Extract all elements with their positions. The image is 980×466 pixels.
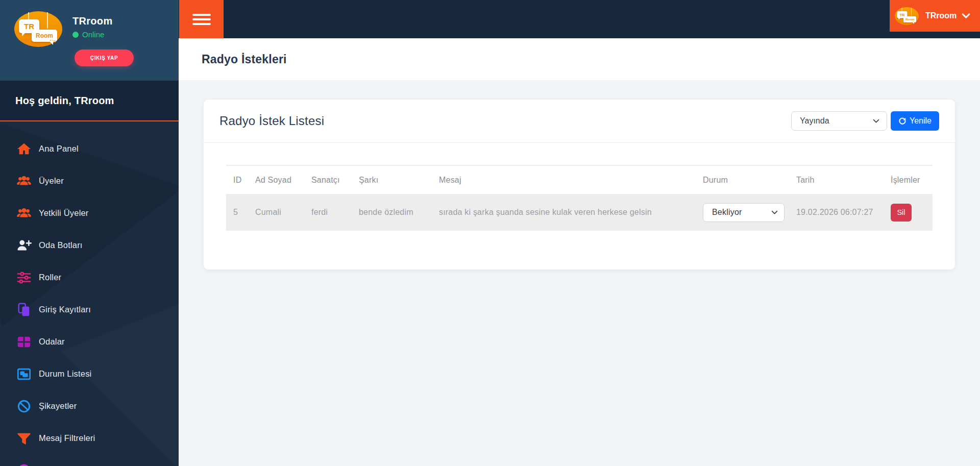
refresh-label: Yenile	[910, 116, 932, 126]
bars-icon	[192, 14, 211, 25]
chevron-down-icon	[873, 119, 879, 124]
users-icon	[16, 206, 32, 221]
home-icon	[16, 141, 32, 157]
copy-icon	[16, 302, 32, 317]
filter-icon	[16, 431, 32, 446]
sidebar-item-roller[interactable]: Roller	[0, 261, 179, 293]
user-menu-name: TRroom	[925, 11, 957, 20]
refresh-button[interactable]: Yenile	[891, 111, 939, 131]
online-status: Online	[72, 30, 104, 39]
sidebar-item-giris-kayitlari[interactable]: Giriş Kayıtları	[0, 293, 179, 326]
radio-request-card: Radyo İstek Listesi Yayında Yenile ID Ad…	[204, 100, 955, 269]
row-status-value: Bekliyor	[712, 208, 742, 217]
chevron-down-icon	[771, 210, 778, 215]
page-title: Radyo İstekleri	[202, 53, 287, 66]
logo-bubble-room: RoomNet	[32, 30, 57, 42]
status-filter-value: Yayında	[800, 116, 829, 126]
row-artist: ferdi	[311, 208, 359, 217]
row-date: 19.02.2026 06:07:27	[796, 208, 891, 217]
column-header-message: Mesaj	[439, 176, 703, 185]
ban-icon	[16, 399, 32, 414]
user-menu[interactable]: TR RoomNet TRroom	[890, 0, 980, 32]
user-plus-icon	[16, 238, 32, 253]
row-name: Cumali	[255, 208, 311, 217]
column-header-actions: İşlemler	[891, 176, 933, 185]
table-icon	[16, 334, 32, 350]
online-status-dot	[72, 32, 79, 38]
sidebar-item-ana-panel[interactable]: Ana Panel	[0, 133, 179, 165]
sidebar-item-oda-botlari[interactable]: Oda Botları	[0, 229, 179, 261]
card-title: Radyo İstek Listesi	[219, 114, 324, 128]
menu-toggle-button[interactable]	[179, 0, 224, 38]
sidebar-nav: Ana Panel Üyeler Yetkili Üyeler Oda Botl…	[0, 122, 179, 466]
row-actions-cell: Sil	[891, 204, 933, 222]
column-header-artist: Sanatçı	[311, 176, 359, 185]
chevron-down-icon	[962, 13, 970, 19]
app-logo: TR RoomNet	[14, 11, 62, 47]
status-filter-select[interactable]: Yayında	[791, 111, 887, 131]
row-song: bende özledim	[359, 208, 439, 217]
column-header-date: Tarih	[796, 176, 891, 185]
topbar: TR RoomNet TRroom	[179, 0, 980, 38]
column-header-status: Durum	[703, 176, 796, 185]
sidebar-item-sikayetler[interactable]: Şikayetler	[0, 390, 179, 422]
logout-button[interactable]: ÇIKIŞ YAP	[75, 50, 134, 66]
sidebar-item-durum-listesi[interactable]: Durum Listesi	[0, 358, 179, 390]
column-header-song: Şarkı	[359, 176, 439, 185]
card-header: Radyo İstek Listesi Yayında Yenile	[204, 100, 955, 143]
images-icon	[16, 366, 32, 382]
delete-button[interactable]: Sil	[891, 204, 912, 222]
table-header-row: ID Ad Soyad Sanatçı Şarkı Mesaj Durum Ta…	[226, 166, 933, 194]
user-avatar-logo: TR RoomNet	[895, 6, 920, 26]
users-icon	[16, 174, 32, 189]
column-header-id: ID	[233, 176, 255, 185]
circle-icon	[16, 463, 32, 466]
card-controls: Yayında Yenile	[791, 111, 939, 131]
sidebar-item-odalar[interactable]: Odalar	[0, 326, 179, 358]
sidebar-item-mesaj-filtreleri[interactable]: Mesaj Filtreleri	[0, 422, 179, 454]
sliders-icon	[16, 270, 32, 285]
row-id: 5	[233, 208, 255, 217]
page-header: Radyo İstekleri	[179, 38, 980, 80]
row-status-select[interactable]: Bekliyor	[703, 203, 785, 222]
refresh-icon	[898, 117, 906, 125]
row-status-cell: Bekliyor	[703, 203, 796, 222]
sidebar: TR RoomNet TRroom Online ÇIKIŞ YAP Hoş g…	[0, 0, 179, 466]
profile-name: TRroom	[72, 15, 112, 27]
sidebar-item-uyeler[interactable]: Üyeler	[0, 165, 179, 197]
sidebar-profile: TR RoomNet TRroom Online ÇIKIŞ YAP	[0, 0, 179, 81]
table-row: 5 Cumali ferdi bende özledim sırada ki ş…	[226, 194, 933, 231]
row-message: sırada ki şarka şuanda sesine kulak vere…	[439, 208, 703, 217]
sidebar-item-yetkili-uyeler[interactable]: Yetkili Üyeler	[0, 197, 179, 229]
column-header-name: Ad Soyad	[255, 176, 311, 185]
welcome-banner: Hoş geldin, TRroom	[0, 81, 179, 121]
sidebar-item-partial[interactable]	[0, 454, 179, 466]
radio-request-table: ID Ad Soyad Sanatçı Şarkı Mesaj Durum Ta…	[226, 165, 933, 231]
